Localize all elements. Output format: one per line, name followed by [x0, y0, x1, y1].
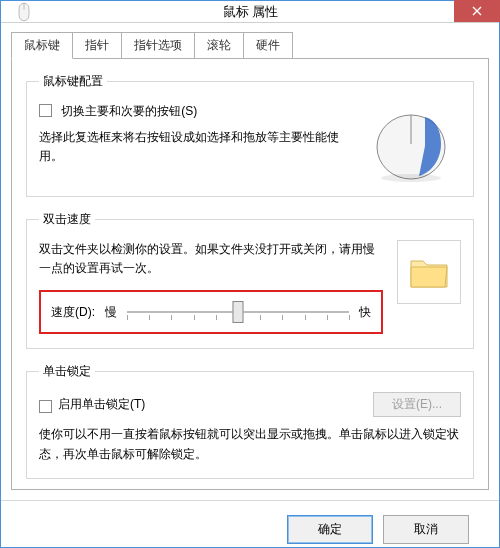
- dblclick-test-folder[interactable]: [397, 240, 461, 304]
- dialog-window: 鼠标 属性 鼠标键 指针 指针选项 滚轮 硬件 鼠标键配置 切换主要和次要的按钮…: [0, 0, 500, 548]
- mouse-illustration: [361, 102, 461, 182]
- swap-buttons-label: 切换主要和次要的按钮(S): [61, 104, 197, 118]
- group-button-config: 鼠标键配置 切换主要和次要的按钮(S) 选择此复选框来将右按钮设成如选择和拖放等…: [26, 73, 474, 197]
- slider-track: [127, 302, 349, 322]
- speed-label: 速度(D):: [51, 304, 95, 321]
- svg-point-2: [381, 174, 441, 182]
- folder-icon: [409, 255, 449, 289]
- clicklock-desc: 使你可以不用一直按着鼠标按钮就可以突出显示或拖拽。单击鼠标以进入锁定状态，再次单…: [39, 425, 461, 463]
- group-double-click-legend: 双击速度: [39, 211, 95, 228]
- close-button[interactable]: [454, 0, 500, 22]
- group-click-lock: 单击锁定 启用单击锁定(T) 设置(E)... 使你可以不用一直按着鼠标按钮就可…: [26, 363, 474, 478]
- close-icon: [472, 6, 482, 16]
- tab-wheel[interactable]: 滚轮: [195, 32, 244, 59]
- clicklock-settings-button: 设置(E)...: [373, 392, 461, 417]
- group-double-click: 双击速度 双击文件夹以检测你的设置。如果文件夹没打开或关闭，请用慢一点的设置再试…: [26, 211, 474, 349]
- tab-pointers[interactable]: 指针: [73, 32, 122, 59]
- clicklock-label: 启用单击锁定(T): [58, 396, 145, 413]
- dialog-footer: 确定 取消: [1, 500, 499, 548]
- cancel-button[interactable]: 取消: [383, 515, 469, 544]
- group-button-config-legend: 鼠标键配置: [39, 73, 107, 90]
- tab-hardware[interactable]: 硬件: [244, 32, 293, 59]
- window-title: 鼠标 属性: [47, 3, 454, 21]
- tabpanel-buttons: 鼠标键配置 切换主要和次要的按钮(S) 选择此复选框来将右按钮设成如选择和拖放等…: [11, 58, 489, 490]
- dblclick-desc: 双击文件夹以检测你的设置。如果文件夹没打开或关闭，请用慢一点的设置再试一次。: [39, 240, 383, 278]
- speed-fast-label: 快: [359, 304, 371, 321]
- ok-button[interactable]: 确定: [287, 515, 373, 544]
- swap-buttons-desc: 选择此复选框来将右按钮设成如选择和拖放等主要性能使用。: [39, 128, 349, 166]
- tab-pointer-options[interactable]: 指针选项: [122, 32, 195, 59]
- dialog-body: 鼠标键 指针 指针选项 滚轮 硬件 鼠标键配置 切换主要和次要的按钮(S) 选择…: [1, 23, 499, 500]
- mouse-app-icon: [1, 1, 47, 22]
- titlebar[interactable]: 鼠标 属性: [1, 1, 499, 23]
- speed-slider[interactable]: [127, 302, 349, 322]
- swap-buttons-checkbox[interactable]: [39, 104, 52, 117]
- slider-thumb[interactable]: [233, 301, 244, 323]
- speed-slow-label: 慢: [105, 304, 117, 321]
- clicklock-checkbox[interactable]: [39, 400, 52, 413]
- group-click-lock-legend: 单击锁定: [39, 363, 95, 380]
- speed-highlight-box: 速度(D): 慢 快: [39, 290, 383, 334]
- tab-buttons[interactable]: 鼠标键: [11, 32, 73, 59]
- apply-button-edge: [469, 515, 487, 544]
- tabstrip: 鼠标键 指针 指针选项 滚轮 硬件: [11, 32, 489, 59]
